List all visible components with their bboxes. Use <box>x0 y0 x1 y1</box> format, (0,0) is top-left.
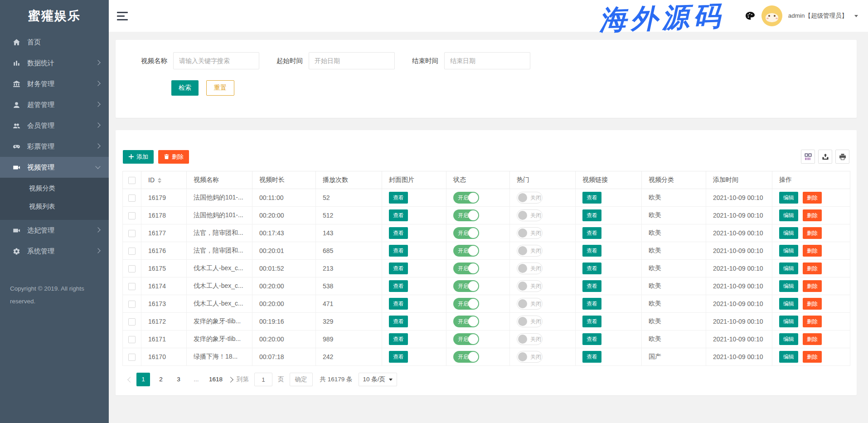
view-link-button[interactable]: 查看 <box>582 333 601 345</box>
status-toggle[interactable]: 开启 <box>453 333 479 345</box>
export-button[interactable] <box>818 150 832 164</box>
edit-button[interactable]: 编辑 <box>779 351 798 363</box>
page-button[interactable]: 3 <box>172 373 185 386</box>
sidebar-item-members[interactable]: 会员管理 <box>0 115 109 136</box>
view-link-button[interactable]: 查看 <box>582 192 601 204</box>
delete-button[interactable]: 删除 <box>803 298 822 310</box>
status-toggle[interactable]: 开启 <box>453 209 479 221</box>
video-name-input[interactable] <box>173 52 259 69</box>
palette-icon[interactable] <box>745 10 756 21</box>
delete-button[interactable]: 删除 <box>803 351 822 363</box>
edit-button[interactable]: 编辑 <box>779 192 798 204</box>
sidebar-item-stats[interactable]: 数据统计 <box>0 53 109 73</box>
view-cover-button[interactable]: 查看 <box>389 298 408 310</box>
view-cover-button[interactable]: 查看 <box>389 351 408 363</box>
hot-toggle[interactable]: 关闭 <box>517 245 543 257</box>
status-toggle[interactable]: 开启 <box>453 351 479 363</box>
edit-button[interactable]: 编辑 <box>779 280 798 292</box>
page-size-select[interactable]: 10 条/页 <box>359 373 398 386</box>
row-checkbox[interactable] <box>128 212 136 219</box>
start-date-input[interactable] <box>309 52 395 69</box>
goto-page-input[interactable] <box>254 373 272 386</box>
view-cover-button[interactable]: 查看 <box>389 263 408 274</box>
delete-button[interactable]: 删除 <box>803 280 822 292</box>
view-link-button[interactable]: 查看 <box>582 298 601 310</box>
view-cover-button[interactable]: 查看 <box>389 209 408 221</box>
view-link-button[interactable]: 查看 <box>582 227 601 239</box>
page-button[interactable]: 2 <box>154 373 168 386</box>
row-checkbox[interactable] <box>128 230 136 237</box>
edit-button[interactable]: 编辑 <box>779 209 798 221</box>
edit-button[interactable]: 编辑 <box>779 245 798 257</box>
view-link-button[interactable]: 查看 <box>582 316 601 327</box>
edit-button[interactable]: 编辑 <box>779 227 798 239</box>
delete-button[interactable]: 删除 <box>803 333 822 345</box>
delete-button[interactable]: 删除 <box>803 245 822 257</box>
status-toggle[interactable]: 开启 <box>453 263 479 274</box>
view-link-button[interactable]: 查看 <box>582 245 601 257</box>
reset-button[interactable]: 重置 <box>206 80 234 96</box>
status-toggle[interactable]: 开启 <box>453 245 479 257</box>
view-link-button[interactable]: 查看 <box>582 280 601 292</box>
row-checkbox[interactable] <box>128 301 136 308</box>
sidebar-item-lottery[interactable]: 彩票管理 <box>0 136 109 157</box>
hot-toggle[interactable]: 关闭 <box>517 333 543 345</box>
add-button[interactable]: 添加 <box>123 150 154 164</box>
edit-button[interactable]: 编辑 <box>779 298 798 310</box>
view-cover-button[interactable]: 查看 <box>389 280 408 292</box>
user-menu-caret-icon[interactable] <box>854 15 858 17</box>
menu-toggle-button[interactable] <box>117 12 128 20</box>
sidebar-item-video[interactable]: 视频管理 <box>0 157 109 178</box>
view-cover-button[interactable]: 查看 <box>389 333 408 345</box>
status-toggle[interactable]: 开启 <box>453 280 479 292</box>
status-toggle[interactable]: 开启 <box>453 192 479 204</box>
prev-page-button[interactable] <box>127 377 133 383</box>
hot-toggle[interactable]: 关闭 <box>517 280 543 292</box>
row-checkbox[interactable] <box>128 194 136 202</box>
row-checkbox[interactable] <box>128 318 136 326</box>
sidebar-subitem-video-1[interactable]: 视频列表 <box>0 197 109 215</box>
row-checkbox[interactable] <box>128 354 136 361</box>
sort-icon[interactable] <box>158 178 161 183</box>
row-checkbox[interactable] <box>128 265 136 272</box>
delete-button[interactable]: 删除 <box>803 209 822 221</box>
edit-button[interactable]: 编辑 <box>779 263 798 274</box>
view-link-button[interactable]: 查看 <box>582 209 601 221</box>
row-checkbox[interactable] <box>128 283 136 290</box>
username[interactable]: admin【超级管理员】 <box>788 12 848 20</box>
next-page-button[interactable] <box>228 377 233 383</box>
hot-toggle[interactable]: 关闭 <box>517 227 543 239</box>
filter-columns-button[interactable] <box>801 150 815 164</box>
hot-toggle[interactable]: 关闭 <box>517 316 543 327</box>
column-header-0[interactable]: ID <box>141 171 187 189</box>
row-checkbox[interactable] <box>128 336 136 343</box>
page-button[interactable]: 1618 <box>207 373 224 386</box>
hot-toggle[interactable]: 关闭 <box>517 351 543 363</box>
batch-delete-button[interactable]: 删除 <box>158 150 189 164</box>
view-cover-button[interactable]: 查看 <box>389 316 408 327</box>
view-link-button[interactable]: 查看 <box>582 263 601 274</box>
view-cover-button[interactable]: 查看 <box>389 227 408 239</box>
view-link-button[interactable]: 查看 <box>582 351 601 363</box>
page-button-active[interactable]: 1 <box>136 373 150 386</box>
row-checkbox[interactable] <box>128 248 136 255</box>
delete-button[interactable]: 删除 <box>803 227 822 239</box>
sidebar-item-concubine[interactable]: 选妃管理 <box>0 220 109 241</box>
print-button[interactable] <box>835 150 849 164</box>
sidebar-subitem-video-0[interactable]: 视频分类 <box>0 179 109 197</box>
view-cover-button[interactable]: 查看 <box>389 245 408 257</box>
confirm-page-button[interactable]: 确定 <box>290 373 313 386</box>
status-toggle[interactable]: 开启 <box>453 316 479 327</box>
search-button[interactable]: 检索 <box>171 80 199 96</box>
sidebar-item-home[interactable]: 首页 <box>0 32 109 53</box>
delete-button[interactable]: 删除 <box>803 263 822 274</box>
status-toggle[interactable]: 开启 <box>453 298 479 310</box>
hot-toggle[interactable]: 关闭 <box>517 192 543 204</box>
sidebar-item-system[interactable]: 系统管理 <box>0 241 109 262</box>
hot-toggle[interactable]: 关闭 <box>517 298 543 310</box>
hot-toggle[interactable]: 关闭 <box>517 263 543 274</box>
view-cover-button[interactable]: 查看 <box>389 192 408 204</box>
select-all-checkbox[interactable] <box>128 177 136 184</box>
edit-button[interactable]: 编辑 <box>779 316 798 327</box>
sidebar-item-admins[interactable]: 超管管理 <box>0 94 109 115</box>
